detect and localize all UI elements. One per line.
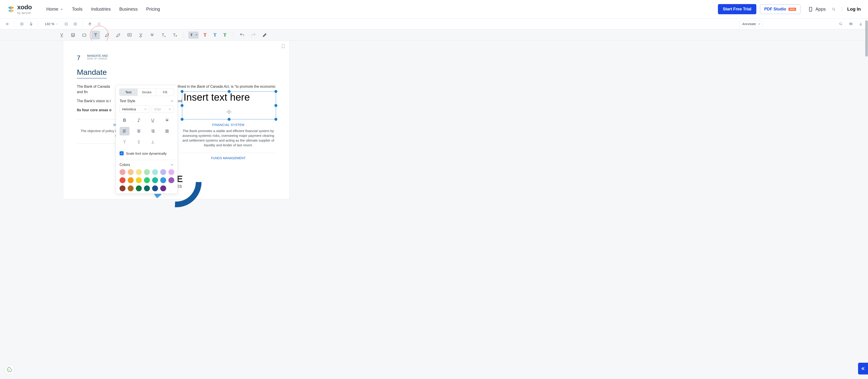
freehand-tool[interactable] (103, 31, 111, 39)
brand-logo[interactable]: xodo by apryse (7, 4, 32, 14)
collapse-icon[interactable] (170, 99, 174, 103)
select-tool-button[interactable] (96, 21, 102, 27)
nav-home[interactable]: Home (45, 5, 64, 13)
squiggly-tool[interactable] (136, 31, 145, 39)
color-swatch[interactable] (128, 185, 133, 191)
download-button[interactable] (858, 21, 864, 27)
rectangle-tool[interactable] (80, 31, 89, 39)
undo-button[interactable] (238, 31, 246, 39)
valign-bottom-button[interactable] (148, 138, 158, 146)
color-swatch[interactable] (128, 169, 133, 175)
underline-button[interactable] (148, 116, 158, 125)
vertical-scrollbar[interactable] (865, 20, 868, 57)
resize-handle-bl[interactable] (181, 118, 184, 121)
free-text-annotation[interactable]: Insert text here (182, 91, 276, 119)
color-swatch[interactable] (136, 177, 142, 183)
cookie-settings-button[interactable] (4, 365, 14, 375)
color-swatch[interactable] (120, 177, 125, 183)
resize-handle-tl[interactable] (181, 90, 184, 93)
resize-handle-l[interactable] (181, 104, 184, 107)
color-swatch[interactable] (160, 177, 166, 183)
pdf-studio-button[interactable]: PDF Studio NEW (760, 4, 801, 14)
tab-fill[interactable]: Fill (156, 89, 174, 96)
align-center-button[interactable] (134, 127, 144, 136)
menu-button[interactable] (4, 21, 10, 27)
color-swatch[interactable] (152, 177, 158, 183)
resize-handle-b[interactable] (228, 118, 230, 121)
italic-button[interactable] (134, 116, 144, 125)
color-swatch[interactable] (128, 177, 133, 183)
color-swatch[interactable] (120, 169, 125, 175)
color-swatch[interactable] (144, 177, 150, 183)
scale-font-checkbox[interactable]: Scale font size dynamically (120, 149, 174, 158)
apps-link[interactable]: Apps (808, 6, 826, 12)
move-icon[interactable] (226, 109, 232, 115)
hamburger-icon (5, 22, 9, 26)
nav-tools[interactable]: Tools (71, 5, 84, 13)
zoom-in-button[interactable] (72, 21, 79, 27)
align-right-button[interactable] (148, 127, 158, 136)
align-left-button[interactable] (120, 127, 129, 136)
text-preset-4[interactable]: T (221, 31, 228, 39)
textbox-content[interactable]: Insert text here (184, 92, 250, 103)
page-view-button[interactable] (28, 21, 34, 27)
nav-business[interactable]: Business (119, 5, 138, 13)
text-preset-2[interactable]: T (202, 31, 209, 39)
text-callout-tool[interactable] (170, 31, 179, 39)
free-text-tool[interactable] (91, 31, 100, 39)
resize-handle-r[interactable] (274, 104, 277, 107)
color-swatch[interactable] (168, 177, 174, 183)
valign-middle-button[interactable] (134, 138, 144, 146)
resize-handle-t[interactable] (228, 90, 230, 93)
color-swatch[interactable] (160, 185, 166, 191)
login-link[interactable]: Log In (847, 6, 861, 12)
underline-tool[interactable] (57, 31, 66, 39)
color-swatch[interactable] (152, 169, 158, 175)
color-swatch[interactable] (144, 185, 150, 191)
resize-handle-br[interactable] (274, 118, 277, 121)
mode-select[interactable]: Annotate (739, 20, 763, 27)
resize-handle-tr[interactable] (274, 90, 277, 93)
site-header: xodo by apryse Home Tools Industries Bus… (0, 0, 868, 19)
expand-panel-button[interactable] (858, 363, 868, 375)
nav-home-label: Home (46, 6, 58, 12)
valign-top-button[interactable] (120, 138, 129, 146)
tab-stroke[interactable]: Stroke (137, 89, 156, 96)
search-icon (832, 7, 836, 12)
align-justify-button[interactable] (162, 127, 172, 136)
panel-toggle-button[interactable] (19, 21, 25, 27)
collapse-icon[interactable] (170, 163, 174, 167)
text-preset-3[interactable]: T (211, 31, 219, 39)
bookmark-icon[interactable] (281, 43, 286, 49)
tab-text[interactable]: Text (119, 89, 137, 96)
color-swatch[interactable] (152, 185, 158, 191)
text-small-tool[interactable] (159, 31, 168, 39)
pan-tool-button[interactable] (87, 21, 93, 27)
zoom-out-button[interactable] (63, 21, 69, 27)
nav-pricing[interactable]: Pricing (145, 5, 161, 13)
comments-button[interactable] (848, 21, 854, 27)
note-tool[interactable] (125, 31, 134, 39)
redo-button[interactable] (249, 31, 258, 39)
eraser-button[interactable] (260, 31, 269, 39)
freehand-highlight-tool[interactable] (114, 31, 123, 39)
color-swatch[interactable] (136, 185, 142, 191)
strike-button[interactable] (162, 116, 172, 125)
search-doc-button[interactable] (838, 21, 844, 27)
font-size-select[interactable]: 37pt (152, 106, 174, 113)
nav-industries[interactable]: Industries (90, 5, 112, 13)
color-swatch[interactable] (120, 185, 125, 191)
font-family-select[interactable]: Helvetica (120, 106, 149, 113)
zoom-dropdown[interactable]: 132 % (42, 21, 60, 27)
strikeout-tool[interactable] (148, 31, 156, 39)
text-style-panel: Text Stroke Fill Text Style Helvetica 37… (116, 85, 178, 194)
text-preset-1[interactable]: T (188, 31, 199, 39)
highlight-tool[interactable] (69, 31, 77, 39)
color-swatch[interactable] (168, 169, 174, 175)
start-trial-button[interactable]: Start Free Trial (718, 4, 756, 14)
color-swatch[interactable] (136, 169, 142, 175)
search-button[interactable] (831, 6, 837, 12)
color-swatch[interactable] (160, 169, 166, 175)
color-swatch[interactable] (144, 169, 150, 175)
bold-button[interactable] (120, 116, 129, 125)
